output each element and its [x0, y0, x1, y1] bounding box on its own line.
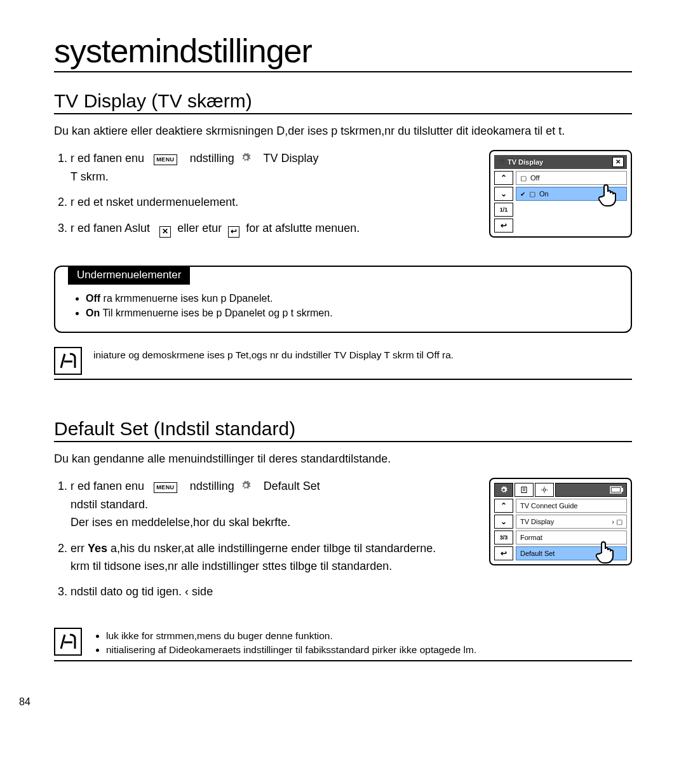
svg-point-4 — [543, 489, 546, 491]
submenu-header: Undermenuelementer — [68, 266, 190, 285]
note-icon — [54, 628, 82, 656]
section2-title: Default Set (Indstil standard) — [54, 418, 632, 442]
ui-header-tabs — [494, 483, 627, 497]
tab-battery — [555, 483, 627, 497]
tab-book[interactable] — [514, 483, 534, 497]
ui-nav: ⌃ ⌄ 1/1 ↩ — [494, 171, 513, 233]
s2-step2a: err — [71, 542, 88, 555]
s2-step2-yes: Yes — [88, 542, 107, 555]
step1: r ed fanen enu MENU ndstilling TV Displa… — [71, 150, 470, 185]
svg-rect-10 — [621, 488, 623, 492]
step3-text-c: for at afslutte menuen. — [246, 222, 360, 234]
step3: r ed fanen Aslut ✕ eller etur ↩ for at a… — [71, 220, 470, 238]
section1-note-text: iniature og demoskrmene ises p Tet,ogs n… — [93, 347, 454, 362]
s2-step1d: ndstil standard. — [71, 496, 470, 513]
svg-rect-11 — [612, 488, 620, 492]
ui-item-tvdisplay[interactable]: TV Display› ▢ — [516, 515, 627, 529]
ui-item-label: TV Display — [520, 518, 554, 525]
menu-icon: MENU — [154, 154, 177, 165]
close-icon: ✕ — [159, 226, 171, 238]
nav-page-indicator: 1/1 — [494, 203, 513, 217]
gear-icon — [241, 478, 251, 495]
section2-intro: Du kan gendanne alle menuindstillinger t… — [54, 451, 632, 466]
submenu-off: Off ra krmmenuerne ises kun p Dpanelet. — [86, 291, 618, 306]
section2-note: luk ikke for strmmen,mens du buger denne… — [54, 628, 632, 661]
nav-up-button[interactable]: ⌃ — [494, 499, 513, 513]
check-icon: ✔ — [520, 191, 525, 198]
battery-icon — [610, 486, 624, 494]
submenu-on: On Til krmmenuerne ises be p Dpanelet og… — [86, 306, 618, 320]
s2-step1: r ed fanen enu MENU ndstilling Default S… — [71, 478, 470, 531]
step1-text-d: T skrm. — [71, 168, 470, 185]
s2-step1e: Der ises en meddelelse,hor du skal bekrf… — [71, 514, 470, 531]
s2-step1b: ndstilling — [190, 480, 234, 492]
page-title: systemindstillinger — [54, 32, 632, 72]
section1-title: TV Display (TV skærm) — [54, 90, 632, 114]
nav-return-button[interactable]: ↩ — [494, 219, 513, 233]
nav-return-button[interactable]: ↩ — [494, 546, 513, 560]
ui-item-tvconnect[interactable]: TV Connect Guide — [516, 499, 627, 513]
ui-title: TV Display — [508, 158, 543, 166]
section2-note-1: luk ikke for strmmen,mens du buger denne… — [106, 629, 476, 643]
s2-step2c: krm til tidsone ises,nr alle indstilling… — [71, 558, 470, 574]
pointer-hand-icon — [595, 182, 621, 207]
step2: r ed et nsket undermenuelement. — [71, 194, 470, 210]
section1-steps: r ed fanen enu MENU ndstilling TV Displa… — [54, 150, 470, 237]
nav-up-button[interactable]: ⌃ — [494, 171, 513, 185]
step1-text-a: r ed fanen enu — [71, 152, 144, 165]
section2-note-2: nitialisering af Dideokameraets indstill… — [106, 643, 476, 657]
step1-text-b: ndstilling — [190, 152, 234, 165]
ui-item-on-label: On — [539, 190, 549, 198]
close-icon[interactable]: ✕ — [612, 157, 624, 167]
nav-down-button[interactable]: ⌄ — [494, 187, 513, 201]
tv-icon: ▢ — [529, 190, 535, 198]
page-number: 84 — [19, 696, 30, 708]
ui-header: TV Display ✕ — [494, 155, 627, 169]
section2-steps: r ed fanen enu MENU ndstilling Default S… — [54, 478, 470, 600]
menu-icon: MENU — [154, 482, 177, 493]
ui-nav: ⌃ ⌄ 3/3 ↩ — [494, 499, 513, 560]
section1-intro: Du kan aktiere eller deaktiere skrmisnin… — [54, 123, 632, 139]
s2-step3: ndstil dato og tid igen. ‹ side — [71, 583, 470, 600]
tv-icon: ▢ — [520, 174, 527, 182]
ui-item-label: Default Set — [520, 550, 555, 557]
nav-down-button[interactable]: ⌄ — [494, 515, 513, 529]
gear-icon — [241, 151, 251, 167]
s2-step2: err Yes a,his du nsker,at alle indstilli… — [71, 540, 470, 574]
s2-step2b: a,his du nsker,at alle indstillingerne e… — [107, 542, 436, 555]
ui-item-label: TV Connect Guide — [520, 502, 578, 510]
gear-icon — [497, 158, 505, 166]
s2-step1c: Default Set — [264, 480, 320, 492]
ui-item-label: Format — [520, 534, 542, 541]
step3-text-b: eller etur — [177, 222, 222, 234]
tab-gear[interactable] — [494, 483, 513, 497]
tab-sun[interactable] — [535, 483, 554, 497]
return-icon: ↩ — [228, 226, 239, 238]
note-icon — [54, 347, 82, 375]
chevron-right-icon: › ▢ — [612, 518, 622, 526]
s2-step1a: r ed fanen enu — [71, 480, 144, 492]
step3-text-a: r ed fanen Aslut — [71, 222, 150, 234]
svg-rect-0 — [521, 487, 527, 493]
section1-note: iniature og demoskrmene ises p Tet,ogs n… — [54, 347, 632, 380]
submenu-box: Undermenuelementer Off ra krmmenuerne is… — [54, 266, 632, 333]
step1-text-c: TV Display — [263, 152, 318, 165]
ui-item-off-label: Off — [530, 174, 539, 182]
pointer-hand-icon — [593, 539, 618, 564]
section2-note-list: luk ikke for strmmen,mens du buger denne… — [93, 629, 476, 656]
nav-page-indicator: 3/3 — [494, 531, 513, 544]
